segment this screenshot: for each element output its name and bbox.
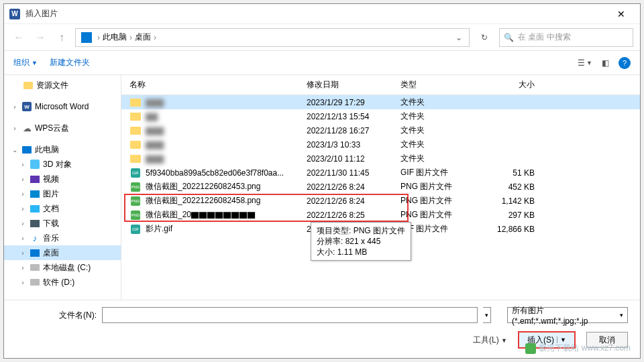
gif-icon: GIF: [129, 167, 142, 179]
fld-icon: [129, 111, 142, 123]
chevron-down-icon: ▼: [501, 337, 507, 344]
file-type: 文件夹: [400, 125, 486, 136]
sidebar-item-desktop[interactable]: ›桌面: [4, 245, 121, 260]
search-input[interactable]: 🔍 在 桌面 中搜索: [499, 28, 633, 47]
insert-button[interactable]: 插入(S)▼: [518, 331, 576, 349]
file-name: 微信截图_20221226082458.png: [146, 195, 260, 206]
file-row[interactable]: ▇▇▇2022/11/28 16:27文件夹: [121, 123, 640, 137]
breadcrumb-leaf[interactable]: 桌面: [135, 32, 151, 43]
expand-icon[interactable]: ›: [11, 103, 19, 111]
breadcrumb-root[interactable]: 此电脑: [103, 32, 127, 43]
filename-dropdown-icon[interactable]: ▾: [483, 307, 491, 323]
file-date: 2023/1/3 10:33: [307, 140, 400, 149]
file-row[interactable]: GIF5f9340bba899a5cb82ed06e3f78f0aa...202…: [121, 166, 640, 180]
file-size: 297 KB: [486, 210, 547, 220]
file-row[interactable]: ▇▇▇2023/2/10 11:12文件夹: [121, 152, 640, 166]
sidebar-item-diskc[interactable]: ›本地磁盘 (C:): [4, 260, 121, 275]
file-size: 1,142 KB: [486, 196, 547, 206]
close-button[interactable]: ✕: [608, 5, 635, 23]
sidebar-item-video[interactable]: ›视频: [4, 172, 121, 186]
view-mode-button[interactable]: ☰▼: [578, 58, 592, 68]
file-type: 文件夹: [400, 153, 486, 164]
nav-forward-icon[interactable]: →: [32, 29, 48, 46]
preview-button[interactable]: ◧: [602, 58, 609, 68]
file-type: PNG 图片文件: [400, 195, 486, 206]
sidebar: 资源文件 ›WMicrosoft Word ›☁WPS云盘 ⌄此电脑 ›3D 对…: [4, 75, 121, 300]
file-name: ▇▇▇: [146, 126, 164, 135]
file-name: 影片.gif: [146, 223, 172, 235]
search-placeholder: 在 桌面 中搜索: [518, 32, 571, 43]
sidebar-item-thispc[interactable]: ⌄此电脑: [4, 142, 121, 157]
fld-icon: [129, 97, 142, 109]
file-type: 文件夹: [400, 97, 486, 108]
nav-back-icon[interactable]: ←: [11, 29, 27, 46]
file-row[interactable]: PNG微信截图_20▇▇▇▇▇▇▇▇2022/12/26 8:25PNG 图片文…: [121, 208, 640, 222]
file-row[interactable]: PNG微信截图_20221226082458.png2022/12/26 8:2…: [121, 194, 640, 208]
preview-icon: ◧: [602, 58, 609, 68]
file-name: 微信截图_20221226082453.png: [146, 181, 260, 192]
breadcrumb[interactable]: › 此电脑 › 桌面 › ⌄: [75, 28, 470, 47]
new-folder-button[interactable]: 新建文件夹: [50, 57, 90, 68]
help-button[interactable]: ?: [619, 57, 631, 69]
collapse-icon[interactable]: ⌄: [11, 146, 19, 154]
gif-icon: GIF: [129, 223, 142, 235]
png-icon: PNG: [129, 209, 142, 221]
file-type: 文件夹: [400, 139, 486, 150]
file-date: 2022/12/26 8:25: [307, 210, 400, 220]
list-view-icon: ☰: [578, 58, 585, 68]
dialog-title: 插入图片: [25, 8, 608, 19]
sidebar-item-resources[interactable]: 资源文件: [4, 78, 121, 93]
file-date: 2022/12/13 15:54: [307, 112, 400, 121]
filename-input[interactable]: [102, 307, 478, 323]
sidebar-item-documents[interactable]: ›文档: [4, 201, 121, 216]
file-type: GIF 图片文件: [400, 223, 486, 235]
file-date: 2022/12/26 8:24: [307, 182, 400, 192]
filename-label: 文件名(N):: [16, 310, 97, 321]
navbar: ← → ↑ › 此电脑 › 桌面 › ⌄ ↻ 🔍 在 桌面 中搜索: [4, 24, 640, 51]
file-size: 51 KB: [486, 168, 547, 178]
toolbar: 组织▼ 新建文件夹 ☰▼ ◧ ?: [4, 51, 640, 75]
sidebar-item-3d[interactable]: ›3D 对象: [4, 157, 121, 172]
col-type[interactable]: 类型: [400, 79, 486, 90]
pc-icon: [81, 32, 92, 43]
col-size[interactable]: 大小: [486, 79, 547, 90]
cancel-button[interactable]: 取消: [586, 332, 628, 348]
fld-icon: [129, 153, 142, 165]
file-row[interactable]: ▇▇▇2023/1/29 17:29文件夹: [121, 95, 640, 109]
col-name[interactable]: 名称: [129, 79, 307, 90]
sidebar-item-wps[interactable]: ›☁WPS云盘: [4, 121, 121, 135]
file-row[interactable]: ▇▇▇2023/1/3 10:33文件夹: [121, 137, 640, 152]
png-icon: PNG: [129, 181, 142, 193]
png-icon: PNG: [129, 195, 142, 207]
sidebar-item-pictures[interactable]: ›图片: [4, 186, 121, 201]
col-date[interactable]: 修改日期: [307, 79, 400, 90]
nav-up-icon[interactable]: ↑: [54, 29, 70, 46]
organize-button[interactable]: 组织▼: [13, 57, 38, 68]
sidebar-item-music[interactable]: ›♪音乐: [4, 231, 121, 245]
refresh-button[interactable]: ↻: [475, 28, 494, 47]
file-list: 名称 修改日期 类型 大小 ▇▇▇2023/1/29 17:29文件夹▇▇202…: [121, 75, 640, 300]
chevron-down-icon: ▾: [620, 312, 623, 318]
breadcrumb-dropdown-icon[interactable]: ⌄: [451, 33, 466, 42]
list-header: 名称 修改日期 类型 大小: [121, 75, 640, 95]
sidebar-item-downloads[interactable]: ›下载: [4, 216, 121, 231]
filetype-filter[interactable]: 所有图片(*.emf;*.wmf;*.jpg;*.jp▾: [507, 307, 628, 323]
file-type: 文件夹: [400, 111, 486, 122]
file-type: PNG 图片文件: [400, 181, 486, 192]
file-name: ▇▇▇: [146, 140, 164, 149]
cloud-icon: ☁: [21, 123, 32, 133]
titlebar: W 插入图片 ✕: [4, 4, 640, 24]
expand-icon[interactable]: ›: [11, 125, 19, 132]
file-type: PNG 图片文件: [400, 209, 486, 221]
file-type: GIF 图片文件: [400, 167, 486, 178]
file-date: 2023/2/10 11:12: [307, 154, 400, 164]
file-row[interactable]: ▇▇2022/12/13 15:54文件夹: [121, 109, 640, 123]
file-size: 452 KB: [486, 182, 547, 192]
file-date: 2022/11/28 16:27: [307, 126, 400, 135]
file-name: ▇▇▇: [146, 154, 164, 164]
sidebar-item-diskd[interactable]: ›软件 (D:): [4, 275, 121, 290]
insert-dropdown-icon[interactable]: ▼: [557, 337, 566, 343]
tools-button[interactable]: 工具(L) ▼: [473, 335, 507, 346]
file-row[interactable]: PNG微信截图_20221226082453.png2022/12/26 8:2…: [121, 180, 640, 194]
sidebar-item-word[interactable]: ›WMicrosoft Word: [4, 99, 121, 114]
